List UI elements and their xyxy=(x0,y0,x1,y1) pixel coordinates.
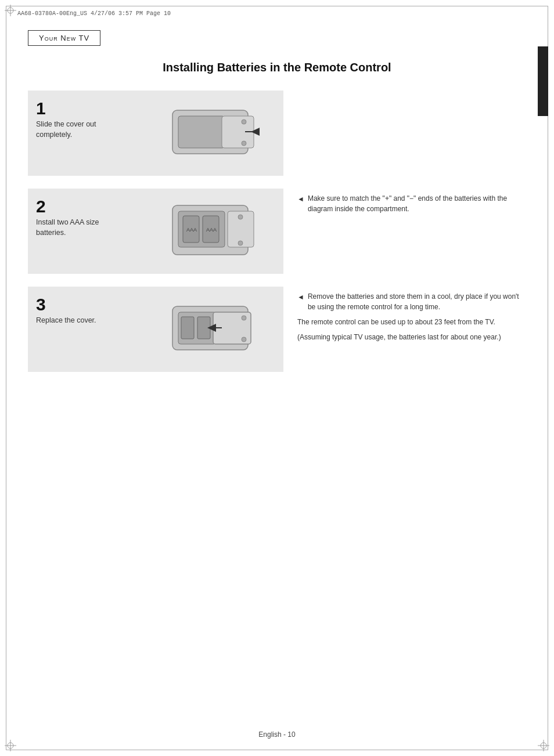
step-3-bullet: ◄ xyxy=(297,292,304,302)
step-1-number: 1 xyxy=(36,100,111,117)
step-2-note-text: Make sure to match the "+" and "−" ends … xyxy=(308,193,526,214)
svg-point-33 xyxy=(541,743,546,748)
step-2-panel: 2 Install two AAA size batteries. AAA AA… xyxy=(28,189,283,274)
step-3-note-text-1: Remove the batteries and store them in a… xyxy=(308,291,526,312)
step-1-number-block: 1 Slide the cover out completely. xyxy=(36,100,111,140)
step-2-image: AAA AAA xyxy=(159,198,275,265)
page-title: Installing Batteries in the Remote Contr… xyxy=(28,61,526,74)
step-1-panel: 1 Slide the cover out completely. xyxy=(28,91,283,176)
step-2-row: 2 Install two AAA size batteries. AAA AA… xyxy=(28,189,526,274)
crosshair-bl xyxy=(5,740,16,751)
step-3-image xyxy=(159,296,275,363)
crosshair-tl xyxy=(5,5,16,16)
step-3-description: Replace the cover. xyxy=(36,316,96,326)
step-1-note xyxy=(297,91,526,95)
step-2-number-block: 2 Install two AAA size batteries. xyxy=(36,198,111,238)
crosshair-br xyxy=(538,740,549,751)
svg-text:AAA: AAA xyxy=(206,227,217,233)
svg-point-15 xyxy=(238,241,243,245)
svg-rect-1 xyxy=(178,116,225,148)
svg-point-22 xyxy=(242,337,246,342)
step-1-row: 1 Slide the cover out completely. xyxy=(28,91,526,176)
step-3-number: 3 xyxy=(36,296,96,313)
svg-point-3 xyxy=(242,120,246,124)
svg-point-21 xyxy=(242,316,246,320)
step-3-note-para-2: The remote control can be used up to abo… xyxy=(297,317,526,327)
step-3-number-block: 3 Replace the cover. xyxy=(36,296,96,326)
header-title: Your New TV xyxy=(39,34,89,42)
step-3-note: ◄ Remove the batteries and store them in… xyxy=(297,287,526,342)
main-content: Installing Batteries in the Remote Contr… xyxy=(28,61,526,385)
svg-point-27 xyxy=(8,8,13,13)
step-2-note-item: ◄ Make sure to match the "+" and "−" end… xyxy=(297,193,526,214)
svg-text:AAA: AAA xyxy=(186,227,197,233)
step-2-bullet: ◄ xyxy=(297,194,304,204)
step-2-description: Install two AAA size batteries. xyxy=(36,218,111,238)
step-1-image xyxy=(159,100,275,167)
file-info: AA68-03780A-00Eng_US 4/27/06 3:57 PM Pag… xyxy=(17,10,171,17)
step-2-note: ◄ Make sure to match the "+" and "−" end… xyxy=(297,189,526,219)
header-box: Your New TV xyxy=(28,30,100,46)
svg-point-14 xyxy=(238,215,243,219)
step-2-number: 2 xyxy=(36,198,111,215)
svg-point-30 xyxy=(8,743,13,748)
step-3-note-item-1: ◄ Remove the batteries and store them in… xyxy=(297,291,526,312)
svg-point-4 xyxy=(242,141,246,146)
step-1-description: Slide the cover out completely. xyxy=(36,120,111,140)
step-3-note-para-3: (Assuming typical TV usage, the batterie… xyxy=(297,332,526,342)
step-3-panel: 3 Replace the cover. xyxy=(28,287,283,372)
step-3-row: 3 Replace the cover. xyxy=(28,287,526,372)
page-footer: English - 10 xyxy=(0,730,554,739)
section-tab xyxy=(538,46,548,116)
svg-rect-18 xyxy=(181,317,194,339)
footer-text: English - 10 xyxy=(258,730,295,739)
